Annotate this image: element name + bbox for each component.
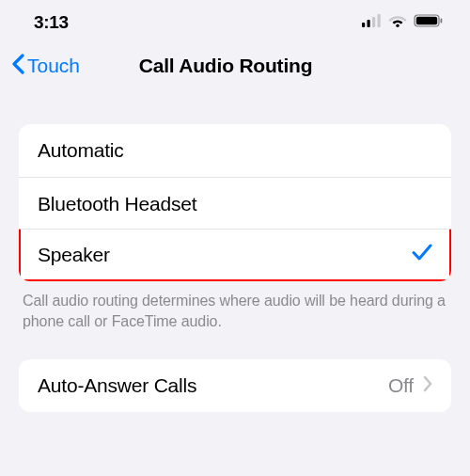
svg-rect-7 xyxy=(441,19,443,24)
back-button[interactable]: Touch xyxy=(11,54,80,79)
svg-rect-2 xyxy=(372,17,375,27)
svg-rect-6 xyxy=(416,17,437,24)
option-bluetooth-headset[interactable]: Bluetooth Headset xyxy=(19,177,451,230)
auto-answer-value: Off xyxy=(388,374,414,397)
footer-description: Call audio routing determines where audi… xyxy=(23,291,447,331)
option-label: Speaker xyxy=(38,244,110,266)
cellular-icon xyxy=(362,14,382,31)
navigation-bar: Touch Call Audio Routing xyxy=(0,43,470,90)
row-value: Off xyxy=(388,374,432,397)
option-label: Bluetooth Headset xyxy=(38,193,196,215)
page-title: Call Audio Routing xyxy=(139,55,332,77)
checkmark-icon xyxy=(412,243,432,266)
status-time: 3:13 xyxy=(34,12,69,33)
battery-icon xyxy=(414,14,444,31)
wifi-icon xyxy=(388,14,407,31)
routing-options-group: Automatic Bluetooth Headset Speaker xyxy=(19,124,451,281)
svg-rect-0 xyxy=(362,23,365,27)
status-icons xyxy=(362,14,444,31)
chevron-right-icon xyxy=(423,374,432,397)
option-speaker[interactable]: Speaker xyxy=(19,229,451,281)
svg-point-4 xyxy=(396,24,399,27)
svg-rect-3 xyxy=(378,14,381,27)
chevron-left-icon xyxy=(11,54,25,79)
auto-answer-row[interactable]: Auto-Answer Calls Off xyxy=(19,359,451,412)
svg-rect-1 xyxy=(368,20,370,27)
status-bar: 3:13 xyxy=(0,0,470,43)
option-label: Automatic xyxy=(38,139,124,162)
auto-answer-group: Auto-Answer Calls Off xyxy=(19,359,451,412)
auto-answer-label: Auto-Answer Calls xyxy=(38,374,196,397)
back-label: Touch xyxy=(27,55,80,77)
option-automatic[interactable]: Automatic xyxy=(19,124,451,177)
